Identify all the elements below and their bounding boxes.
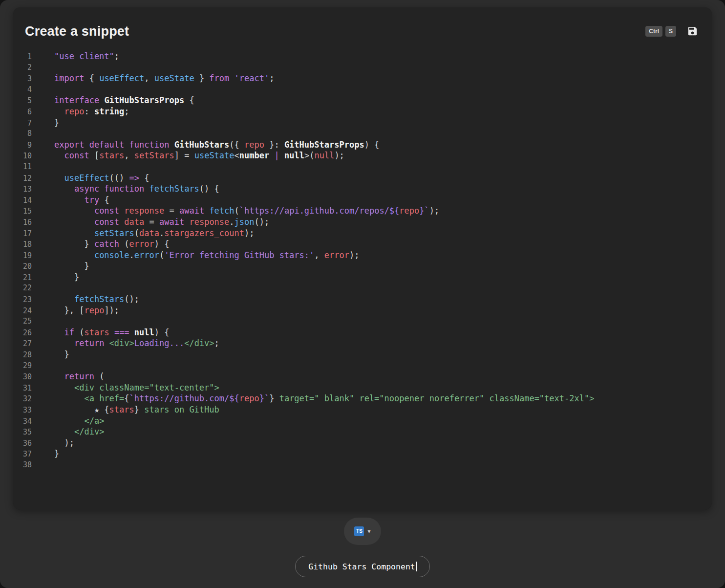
line-number: 27 (13, 338, 32, 349)
code-line: 30 return ( (13, 371, 712, 382)
line-number: 34 (13, 416, 32, 427)
code-text: } (54, 349, 69, 360)
code-line: 1"use client"; (13, 51, 712, 62)
code-line: 35 </div> (13, 426, 712, 437)
code-line: 10 const [stars, setStars] = useState<nu… (13, 150, 712, 161)
code-text: </a> (54, 415, 104, 427)
line-number: 10 (13, 151, 32, 162)
code-text: const data = await response.json(); (54, 217, 269, 228)
code-line: 34 </a> (13, 415, 712, 427)
code-text: } (54, 272, 79, 283)
code-text: } (54, 448, 59, 459)
code-line: 4 (13, 84, 712, 95)
code-text: ); (54, 437, 74, 449)
code-text: interface GitHubStarsProps { (54, 95, 194, 106)
line-number: 16 (13, 217, 32, 228)
line-number: 26 (13, 327, 32, 339)
code-line: 8 (13, 128, 712, 139)
code-text: if (stars === null) { (54, 327, 170, 338)
chevron-down-icon: ▾ (367, 528, 370, 534)
snippet-name-input[interactable]: Github Stars Component (295, 556, 430, 577)
snippet-card: Create a snippet Ctrl S 1"use client";23… (13, 7, 712, 510)
line-number: 18 (13, 239, 32, 250)
code-line: 16 const data = await response.json(); (13, 217, 712, 228)
line-number: 14 (13, 195, 32, 206)
code-text: <div className="text-center"> (54, 382, 219, 393)
code-line: 27 return <div>Loading...</div>; (13, 338, 712, 349)
code-text: const [stars, setStars] = useState<numbe… (54, 150, 344, 161)
code-text: ★ {stars} stars on GitHub (54, 404, 219, 415)
code-line: 25 (13, 316, 712, 327)
line-number: 12 (13, 173, 32, 184)
line-number: 37 (13, 449, 32, 460)
line-number: 2 (13, 62, 32, 73)
code-line: 23 fetchStars(); (13, 294, 712, 305)
footer: TS ▾ Github Stars Component (0, 510, 725, 577)
line-number: 19 (13, 250, 32, 261)
line-number: 21 (13, 272, 32, 283)
line-number: 3 (13, 73, 32, 85)
line-number: 6 (13, 107, 32, 118)
code-line: 31 <div className="text-center"> (13, 382, 712, 393)
header-actions: Ctrl S (645, 25, 698, 37)
code-text: const response = await fetch(`https://ap… (54, 205, 439, 217)
line-number: 22 (13, 283, 32, 294)
code-text: <a href={`https://github.com/${repo}`} t… (54, 393, 594, 404)
code-text: setStars(data.stargazers_count); (54, 228, 254, 239)
code-text: import { useEffect, useState } from 'rea… (54, 73, 274, 84)
code-text: </div> (54, 426, 104, 437)
code-line: 22 (13, 283, 712, 294)
code-line: 32 <a href={`https://github.com/${repo}`… (13, 393, 712, 404)
code-text: } catch (error) { (54, 239, 169, 250)
line-number: 32 (13, 393, 32, 405)
line-number: 23 (13, 294, 32, 305)
code-text: "use client"; (54, 51, 119, 62)
card-header: Create a snippet Ctrl S (13, 7, 712, 51)
code-line: 18 } catch (error) { (13, 239, 712, 250)
code-line: 20 } (13, 261, 712, 272)
code-text: } (54, 261, 89, 272)
kbd-s: S (665, 26, 676, 37)
line-number: 35 (13, 427, 32, 438)
code-line: 9export default function GitHubStars({ r… (13, 139, 712, 151)
code-line: 26 if (stars === null) { (13, 327, 712, 338)
code-text: async function fetchStars() { (54, 183, 219, 195)
save-button[interactable] (687, 25, 698, 37)
code-text: return ( (54, 371, 104, 382)
code-text: try { (54, 195, 109, 206)
language-selector-button[interactable]: TS ▾ (344, 518, 381, 545)
line-number: 8 (13, 128, 32, 139)
code-text: }, [repo]); (54, 305, 119, 316)
code-text: console.error('Error fetching GitHub sta… (54, 250, 359, 261)
text-cursor (416, 562, 417, 571)
code-editor[interactable]: 1"use client";23import { useEffect, useS… (13, 51, 712, 471)
line-number: 20 (13, 261, 32, 272)
snippet-name-text: Github Stars Component (308, 562, 415, 571)
line-number: 13 (13, 184, 32, 195)
code-line: 14 try { (13, 195, 712, 206)
line-number: 5 (13, 95, 32, 107)
line-number: 17 (13, 228, 32, 240)
line-number: 36 (13, 438, 32, 449)
line-number: 31 (13, 383, 32, 394)
code-line: 29 (13, 360, 712, 371)
code-line: 12 useEffect(() => { (13, 173, 712, 184)
code-text: repo: string; (54, 106, 129, 117)
typescript-icon: TS (354, 526, 364, 536)
code-line: 13 async function fetchStars() { (13, 183, 712, 195)
line-number: 28 (13, 349, 32, 361)
page-title: Create a snippet (25, 23, 129, 39)
line-number: 38 (13, 459, 32, 471)
save-icon (687, 25, 698, 37)
line-number: 29 (13, 360, 32, 371)
code-line: 21 } (13, 272, 712, 283)
code-text: export default function GitHubStars({ re… (54, 139, 379, 151)
code-text: } (54, 117, 59, 129)
line-number: 15 (13, 206, 32, 217)
line-number: 7 (13, 118, 32, 129)
code-line: 19 console.error('Error fetching GitHub … (13, 250, 712, 261)
line-number: 1 (13, 51, 32, 63)
code-text: useEffect(() => { (54, 173, 149, 184)
code-line: 17 setStars(data.stargazers_count); (13, 228, 712, 239)
app-window: Create a snippet Ctrl S 1"use client";23… (0, 0, 725, 588)
